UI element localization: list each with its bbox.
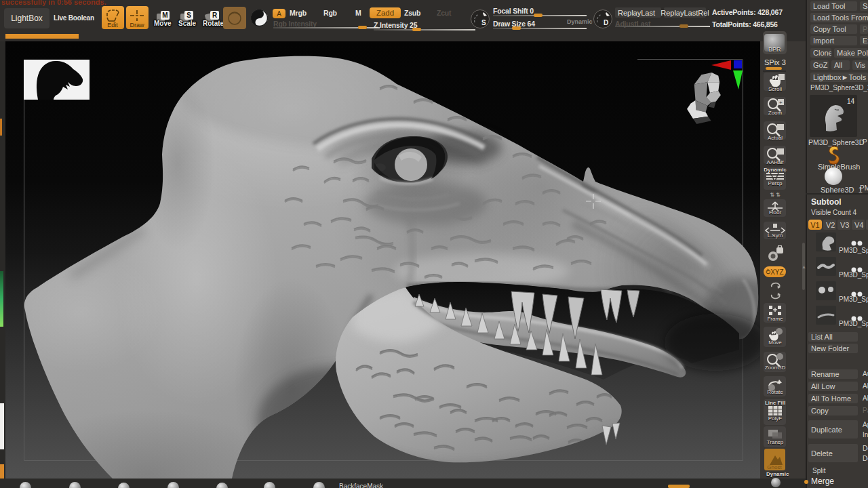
- svg-text:Ghost: Ghost: [767, 464, 782, 470]
- svg-text:D: D: [604, 19, 608, 26]
- svg-text:+: +: [779, 100, 783, 106]
- svg-text:Edit: Edit: [107, 22, 118, 28]
- svg-text:S: S: [481, 19, 486, 26]
- svg-text:Draw: Draw: [130, 22, 144, 28]
- svg-text:14: 14: [847, 98, 855, 105]
